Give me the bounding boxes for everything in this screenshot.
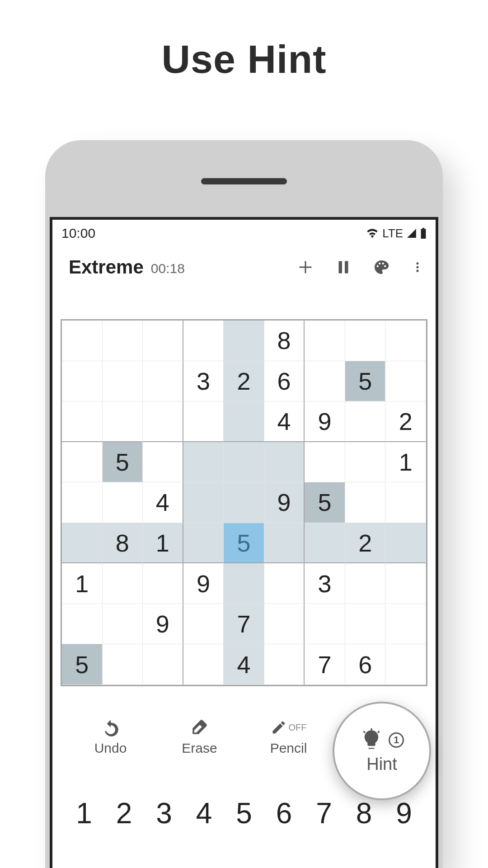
cell-r2-c0[interactable] — [62, 401, 103, 442]
cell-r3-c5[interactable] — [264, 442, 305, 483]
cell-r1-c5[interactable]: 6 — [264, 361, 305, 402]
cell-r3-c0[interactable] — [62, 442, 103, 483]
cell-r0-c8[interactable] — [385, 321, 426, 361]
cell-r2-c6[interactable]: 9 — [305, 401, 345, 442]
cell-r1-c4[interactable]: 2 — [224, 361, 264, 402]
cell-r4-c1[interactable] — [103, 482, 143, 523]
cell-r2-c7[interactable] — [345, 401, 386, 442]
cell-r5-c4[interactable]: 5 — [224, 523, 264, 564]
cell-r6-c6[interactable]: 3 — [305, 563, 345, 604]
numkey-2[interactable]: 2 — [106, 797, 142, 830]
cell-r4-c7[interactable] — [345, 482, 386, 523]
cell-r4-c0[interactable] — [62, 482, 103, 523]
cell-r4-c5[interactable]: 9 — [264, 482, 305, 523]
cell-r7-c0[interactable] — [62, 604, 103, 645]
cell-r3-c2[interactable] — [143, 442, 183, 483]
cell-r0-c3[interactable] — [183, 321, 224, 361]
cell-r7-c8[interactable] — [385, 604, 426, 645]
numkey-6[interactable]: 6 — [266, 797, 302, 830]
cell-r8-c0[interactable]: 5 — [62, 644, 103, 685]
cell-r2-c4[interactable] — [224, 401, 264, 442]
cell-r3-c7[interactable] — [345, 442, 386, 483]
cell-r7-c6[interactable] — [305, 604, 345, 645]
cell-r4-c3[interactable] — [183, 482, 224, 523]
cell-r2-c1[interactable] — [103, 401, 143, 442]
cell-r6-c1[interactable] — [103, 563, 143, 604]
cell-r4-c8[interactable] — [385, 482, 426, 523]
cell-r6-c5[interactable] — [264, 563, 305, 604]
cell-r3-c3[interactable] — [183, 442, 224, 483]
cell-r6-c3[interactable]: 9 — [183, 563, 224, 604]
cell-r0-c5[interactable]: 8 — [264, 321, 305, 361]
cell-r1-c8[interactable] — [385, 361, 426, 402]
cell-r3-c6[interactable] — [305, 442, 345, 483]
numkey-1[interactable]: 1 — [66, 797, 102, 830]
cell-r6-c2[interactable] — [143, 563, 183, 604]
pause-icon[interactable] — [335, 259, 352, 275]
cell-r5-c8[interactable] — [385, 523, 426, 564]
cell-r0-c6[interactable] — [305, 321, 345, 361]
cell-r7-c5[interactable] — [264, 604, 305, 645]
cell-r5-c1[interactable]: 8 — [103, 523, 143, 564]
cell-r4-c4[interactable] — [224, 482, 264, 523]
cell-r6-c8[interactable] — [385, 563, 426, 604]
cell-r0-c4[interactable] — [224, 321, 264, 361]
cell-r1-c7[interactable]: 5 — [345, 361, 386, 402]
numkey-5[interactable]: 5 — [226, 797, 262, 830]
cell-r8-c3[interactable] — [183, 644, 224, 685]
cell-r4-c2[interactable]: 4 — [143, 482, 183, 523]
plus-icon[interactable] — [297, 259, 314, 275]
cell-r2-c5[interactable]: 4 — [264, 401, 305, 442]
undo-button[interactable]: Undo — [77, 718, 145, 756]
cell-r1-c3[interactable]: 3 — [183, 361, 224, 402]
cell-r8-c7[interactable]: 6 — [345, 644, 386, 685]
cell-r6-c0[interactable]: 1 — [62, 563, 103, 604]
cell-r1-c6[interactable] — [305, 361, 345, 402]
numkey-3[interactable]: 3 — [146, 797, 182, 830]
cell-r8-c8[interactable] — [385, 644, 426, 685]
palette-icon[interactable] — [373, 259, 389, 275]
cell-r8-c6[interactable]: 7 — [305, 644, 345, 685]
cell-r7-c2[interactable]: 9 — [143, 604, 183, 645]
cell-r4-c6[interactable]: 5 — [305, 482, 345, 523]
cell-r5-c6[interactable] — [305, 523, 345, 564]
cell-r0-c2[interactable] — [143, 321, 183, 361]
cell-r3-c4[interactable] — [224, 442, 264, 483]
numkey-8[interactable]: 8 — [346, 797, 382, 830]
sudoku-board[interactable]: 83265492514958152193975476 — [61, 319, 427, 686]
cell-r7-c3[interactable] — [183, 604, 224, 645]
cell-r6-c7[interactable] — [345, 563, 386, 604]
cell-r7-c7[interactable] — [345, 604, 386, 645]
cell-r1-c1[interactable] — [103, 361, 143, 402]
cell-r5-c0[interactable] — [62, 523, 103, 564]
cell-r8-c4[interactable]: 4 — [224, 644, 264, 685]
pencil-button[interactable]: OFF Pencil — [255, 718, 323, 756]
cell-r5-c3[interactable] — [183, 523, 224, 564]
cell-r2-c3[interactable] — [183, 401, 224, 442]
cell-r0-c0[interactable] — [62, 321, 103, 361]
cell-r5-c2[interactable]: 1 — [143, 523, 183, 564]
cell-r7-c1[interactable] — [103, 604, 143, 645]
cell-r2-c8[interactable]: 2 — [385, 401, 426, 442]
cell-r8-c1[interactable] — [103, 644, 143, 685]
cell-r8-c2[interactable] — [143, 644, 183, 685]
erase-button[interactable]: Erase — [166, 718, 234, 756]
numkey-7[interactable]: 7 — [306, 797, 342, 830]
cell-r1-c2[interactable] — [143, 361, 183, 402]
cell-r8-c5[interactable] — [264, 644, 305, 685]
pencil-icon — [271, 719, 287, 736]
cell-r0-c1[interactable] — [103, 321, 143, 361]
cell-r0-c7[interactable] — [345, 321, 386, 361]
cell-r6-c4[interactable] — [224, 563, 264, 604]
more-icon[interactable] — [411, 259, 424, 275]
cell-r1-c0[interactable] — [62, 361, 103, 402]
cell-r2-c2[interactable] — [143, 401, 183, 442]
cell-r3-c1[interactable]: 5 — [103, 442, 143, 483]
cell-r7-c4[interactable]: 7 — [224, 604, 264, 645]
cell-r3-c8[interactable]: 1 — [385, 442, 426, 483]
cell-r5-c7[interactable]: 2 — [345, 523, 386, 564]
numkey-4[interactable]: 4 — [186, 797, 222, 830]
hint-button[interactable]: 1 Hint — [333, 702, 431, 800]
cell-r5-c5[interactable] — [264, 523, 305, 564]
numkey-9[interactable]: 9 — [386, 797, 422, 830]
